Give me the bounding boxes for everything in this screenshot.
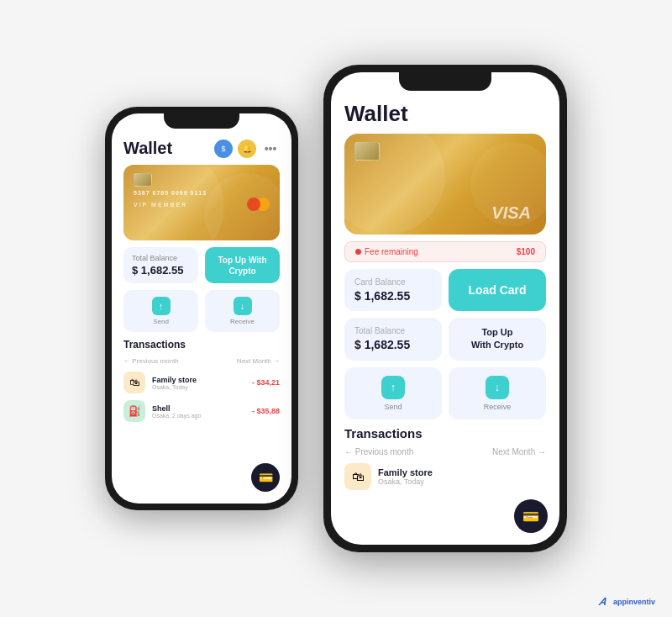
tx-name-family: Family store [152,376,245,384]
notch [164,113,239,129]
card-balance-label: Card Balance [354,277,432,287]
card-bottom: VIP MEMBER [134,198,270,211]
left-phone-inner: Wallet $ 🔔 ••• 5387 6789 0099 0113 VIP M… [112,113,291,504]
tx-nav-right: ← Previous month Next Month → [344,447,546,456]
tx-info-shell: Shell Osaka, 2 days ago [152,404,245,419]
table-row: 🛍 Family store Osaka, Today - $34,21 [123,372,280,393]
action-row: ↑ Send ↓ Receive [123,290,280,332]
balance-box: Total Balance $ 1,682.55 [123,247,198,283]
right-tx-icon-family: 🛍 [344,463,371,490]
load-card-button[interactable]: Load Card [449,269,546,311]
tx-sub-shell: Osaka, 2 days ago [152,413,245,419]
receive-down-icon: ↓ [486,376,509,399]
card-number: 5387 6789 0099 0113 [134,190,270,196]
tx-sub-family: Osaka, Today [152,384,245,390]
send-box[interactable]: ↑ Send [123,290,198,332]
balance-amount: $ 1,682.55 [132,264,190,277]
total-balance-label: Total Balance [354,326,432,335]
right-tx-name-family: Family store [378,467,546,477]
fee-label-text: Fee remaining [365,247,418,256]
card-member: VIP MEMBER [134,202,187,208]
fee-dot [355,249,361,255]
tx-info-family: Family store Osaka, Today [152,376,245,390]
right-wallet-title: Wallet [344,101,408,127]
send-icon: ↑ [152,297,171,315]
topup-button[interactable]: Top Up With Crypto [205,247,280,283]
fee-label: Fee remaining [355,247,418,256]
right-card-chip [354,142,380,161]
send-up-icon: ↑ [381,376,405,399]
next-month-left[interactable]: Next Month → [237,357,280,365]
load-card-label: Load Card [459,277,536,303]
bell-icon[interactable]: 🔔 [238,140,256,158]
visa-logo: VISA [491,203,531,223]
right-gold-card: VISA [344,134,546,235]
float-wallet-btn-left[interactable]: 💳 [251,463,280,492]
total-balance-amount: $ 1,682.55 [354,338,432,351]
tx-icon-family: 🛍 [123,372,145,393]
prev-month-left[interactable]: ← Previous month [123,357,179,365]
send-label: Send [153,318,169,325]
card-balance-amount: $ 1,682.55 [354,289,432,303]
right-phone-content: Wallet VISA Fee remaining $100 [331,72,559,545]
card-balance-box: Card Balance $ 1,682.55 [344,269,442,311]
fee-bar: Fee remaining $100 [344,241,546,262]
receive-label: Receive [230,318,255,325]
tx-title-right: Transactions [344,426,546,440]
page-wrapper: Wallet $ 🔔 ••• 5387 6789 0099 0113 VIP M… [0,48,672,569]
right-tx-sub-family: Osaka, Today [378,477,546,486]
float-wallet-btn-right[interactable]: 💳 [514,499,548,533]
receive-action-label: Receive [484,403,512,411]
topup-crypto-label: Top UpWith Crypto [471,326,523,352]
mc-red-circle [247,198,260,211]
left-wallet-title: Wallet [123,139,172,158]
receive-icon: ↓ [234,297,252,315]
tx-name-shell: Shell [152,404,245,413]
right-tx-info-family: Family store Osaka, Today [378,467,546,486]
receive-box[interactable]: ↓ Receive [205,290,280,332]
table-row: 🛍 Family store Osaka, Today [344,463,546,490]
tx-icon-shell: ⛽ [123,400,145,422]
send-action-label: Send [384,403,402,411]
left-phone-content: Wallet $ 🔔 ••• 5387 6789 0099 0113 VIP M… [112,113,291,504]
tx-title-left: Transactions [123,339,280,351]
card-grid: Card Balance $ 1,682.55 Load Card Total … [344,269,546,419]
branding: 𝘈 appinventiv [596,595,655,609]
tx-amount-family: - $34,21 [252,378,280,387]
header-icons: $ 🔔 ••• [214,140,280,158]
fee-amount: $100 [517,247,535,256]
left-phone: Wallet $ 🔔 ••• 5387 6789 0099 0113 VIP M… [105,107,298,510]
balance-action-row: Total Balance $ 1,682.55 Top Up With Cry… [123,247,280,283]
mastercard-logo [247,198,270,211]
topup-label: Top Up With Crypto [213,255,271,277]
dollar-icon[interactable]: $ [214,140,233,158]
right-phone: Wallet VISA Fee remaining $100 [323,65,567,552]
right-phone-inner: Wallet VISA Fee remaining $100 [331,72,559,545]
right-notch [399,72,491,91]
table-row: ⛽ Shell Osaka, 2 days ago - $35,88 [123,400,280,422]
left-header: Wallet $ 🔔 ••• [123,139,280,158]
card-chip [134,173,152,187]
tx-amount-shell: - $35,88 [252,407,280,415]
brand-a-icon: 𝘈 [596,595,609,609]
right-header: Wallet [344,101,546,127]
send-action-box[interactable]: ↑ Send [344,367,442,419]
prev-month-right[interactable]: ← Previous month [344,447,413,456]
next-month-right[interactable]: Next Month → [492,447,546,456]
total-balance-box: Total Balance $ 1,682.55 [344,318,442,361]
more-icon[interactable]: ••• [261,140,280,158]
topup-crypto-button[interactable]: Top UpWith Crypto [449,318,546,361]
receive-action-box[interactable]: ↓ Receive [449,367,546,419]
brand-name: appinventiv [613,598,655,606]
left-gold-card: 5387 6789 0099 0113 VIP MEMBER [123,165,280,240]
balance-label: Total Balance [132,254,190,262]
tx-nav-left: ← Previous month Next Month → [123,357,280,365]
